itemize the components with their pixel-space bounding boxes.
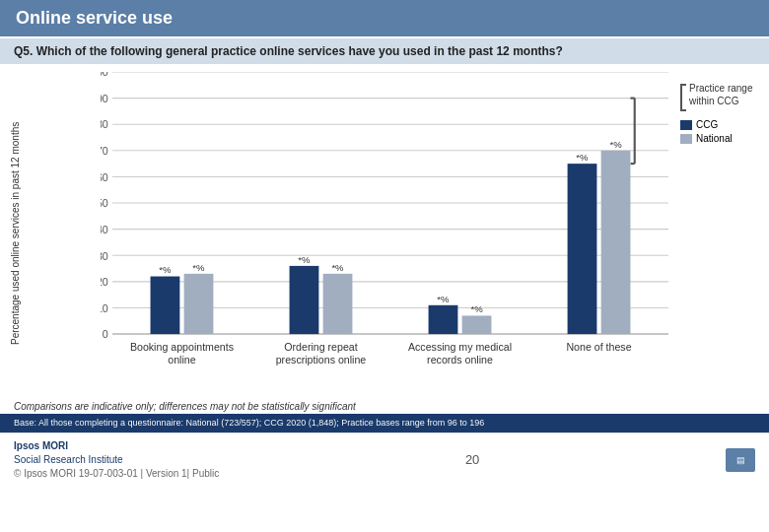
svg-text:50: 50	[101, 197, 108, 209]
national-swatch	[680, 134, 692, 144]
svg-rect-46	[601, 151, 631, 334]
legend-area: Practice range within CCG CCG National	[680, 82, 759, 147]
svg-text:90: 90	[101, 93, 108, 104]
svg-text:80: 80	[101, 118, 108, 130]
svg-text:100: 100	[101, 72, 108, 78]
svg-text:records online: records online	[427, 354, 493, 366]
page-number: 20	[465, 452, 479, 467]
svg-text:Accessing my medical: Accessing my medical	[408, 341, 512, 353]
svg-text:Ordering repeat: Ordering repeat	[284, 341, 357, 353]
svg-rect-23	[151, 277, 180, 335]
svg-text:10: 10	[101, 302, 108, 314]
ccg-label: CCG	[696, 119, 718, 130]
logo-line1: Ipsos MORI	[14, 439, 219, 453]
svg-text:20: 20	[101, 276, 108, 288]
svg-text:*%: *%	[470, 303, 483, 314]
page-title: Online service use	[16, 8, 173, 28]
svg-rect-29	[290, 266, 319, 334]
svg-text:*%: *%	[576, 152, 589, 163]
svg-text:60: 60	[101, 171, 108, 183]
svg-text:*%: *%	[298, 254, 311, 265]
range-label: Practice range within CCG	[680, 82, 759, 111]
svg-text:*%: *%	[192, 262, 205, 273]
svg-text:*%: *%	[437, 294, 450, 304]
copyright-text: © Ipsos MORI 19-07-003-01 | Version 1| P…	[14, 467, 219, 481]
question-text: Q5. Which of the following general pract…	[14, 44, 563, 58]
base-note: Base: All those completing a questionnai…	[0, 414, 769, 432]
svg-text:*%: *%	[331, 262, 344, 273]
svg-text:40: 40	[101, 224, 108, 235]
svg-text:None of these: None of these	[566, 341, 631, 353]
svg-rect-31	[323, 274, 353, 334]
y-axis-label: Percentage used online services in past …	[10, 72, 69, 395]
svg-text:online: online	[168, 354, 195, 366]
svg-text:prescriptions online: prescriptions online	[276, 354, 367, 366]
legend-national: National	[680, 133, 759, 144]
footer-logo: Ipsos MORI Social Research Institute © I…	[14, 439, 219, 481]
svg-rect-35	[429, 305, 458, 334]
svg-text:70: 70	[101, 145, 108, 157]
ccg-swatch	[680, 120, 692, 130]
chart-inner: 0102030405060708090100*%*%Booking appoin…	[69, 72, 759, 395]
svg-text:*%: *%	[159, 264, 172, 275]
svg-text:30: 30	[101, 250, 108, 262]
title-bar: Online service use	[0, 0, 769, 36]
svg-rect-37	[462, 315, 492, 334]
svg-text:Booking appointments: Booking appointments	[130, 341, 234, 353]
logo-line2: Social Research Institute	[14, 453, 219, 467]
svg-text:*%: *%	[609, 139, 622, 150]
legend-ccg: CCG	[680, 119, 759, 130]
comparisons-note: Comparisons are indicative only; differe…	[0, 399, 769, 414]
footer: Ipsos MORI Social Research Institute © I…	[0, 432, 769, 487]
chart-svg: 0102030405060708090100*%*%Booking appoin…	[101, 72, 680, 366]
chart-area: Percentage used online services in past …	[0, 64, 769, 399]
svg-rect-44	[568, 164, 597, 334]
footer-icon: ▤	[726, 448, 755, 472]
national-label: National	[696, 133, 733, 144]
svg-rect-25	[184, 274, 214, 334]
svg-text:0: 0	[103, 328, 108, 340]
question-bar: Q5. Which of the following general pract…	[0, 38, 769, 64]
